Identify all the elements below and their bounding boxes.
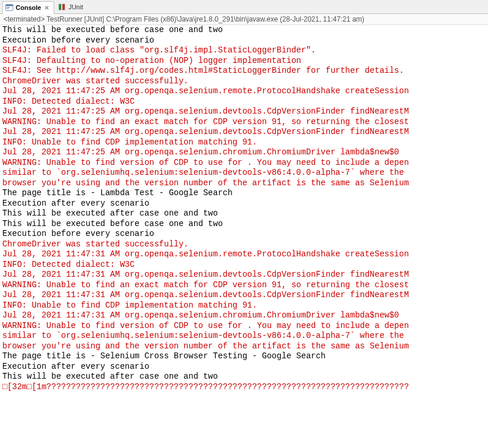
junit-icon	[58, 3, 66, 11]
console-line: INFO: Unable to find CDP implementation …	[2, 301, 486, 311]
console-line: SLF4J: Defaulting to no-operation (NOP) …	[2, 56, 486, 66]
svg-rect-4	[59, 3, 61, 10]
console-line: This will be executed before case one an…	[2, 219, 486, 230]
console-line: INFO: Detected dialect: W3C	[2, 97, 486, 107]
console-line: Execution after every scenario	[2, 199, 486, 209]
console-line: SLF4J: See http://www.slf4j.org/codes.ht…	[2, 66, 486, 76]
svg-rect-1	[6, 5, 13, 6]
console-output[interactable]: This will be executed before case one an…	[0, 25, 488, 392]
console-line: WARNING: Unable to find an exact match f…	[2, 117, 486, 128]
console-line: INFO: Detected dialect: W3C	[2, 260, 486, 270]
tab-junit[interactable]: JUnit	[55, 1, 87, 13]
console-line: Jul 28, 2021 11:47:31 AM org.openqa.sele…	[2, 311, 486, 321]
console-line: WARNING: Unable to find version of CDP t…	[2, 321, 486, 331]
console-line: browser you're using and the version num…	[2, 178, 486, 189]
console-line: browser you're using and the version num…	[2, 341, 486, 352]
console-line: This will be executed after case one and…	[2, 372, 486, 382]
tab-console[interactable]: Console ✕	[2, 1, 54, 14]
console-line: Jul 28, 2021 11:47:25 AM org.openqa.sele…	[2, 127, 486, 137]
console-line: SLF4J: Failed to load class "org.slf4j.i…	[2, 45, 486, 56]
console-line: WARNING: Unable to find version of CDP t…	[2, 158, 486, 168]
console-line: This will be executed before case one an…	[2, 25, 486, 36]
view-tab-bar: Console ✕ JUnit	[0, 0, 488, 14]
close-icon[interactable]: ✕	[44, 5, 49, 11]
console-line: Execution after every scenario	[2, 362, 486, 372]
console-line: Execution before every scenario	[2, 36, 486, 46]
console-line: WARNING: Unable to find an exact match f…	[2, 280, 486, 291]
console-line: Jul 28, 2021 11:47:31 AM org.openqa.sele…	[2, 249, 486, 260]
tab-console-label: Console	[16, 4, 41, 11]
svg-rect-3	[7, 8, 9, 9]
console-line: The page title is - Lambda Test - Google…	[2, 188, 486, 199]
console-line: □[32m□[1m???????????????????????????????…	[2, 382, 486, 393]
svg-rect-5	[62, 3, 65, 10]
console-line: Jul 28, 2021 11:47:31 AM org.openqa.sele…	[2, 270, 486, 280]
status-runner: TestRunner [JUnit]	[47, 15, 104, 23]
status-prefix: <terminated>	[3, 15, 45, 23]
console-line: INFO: Unable to find CDP implementation …	[2, 137, 486, 148]
process-status-line: <terminated> TestRunner [JUnit] C:\Progr…	[0, 14, 488, 25]
console-line: Execution before every scenario	[2, 229, 486, 239]
console-line: Jul 28, 2021 11:47:25 AM org.openqa.sele…	[2, 86, 486, 97]
console-line: similar to `org.seleniumhq.selenium:sele…	[2, 331, 486, 341]
console-line: Jul 28, 2021 11:47:25 AM org.openqa.sele…	[2, 147, 486, 158]
console-line: ChromeDriver was started successfully.	[2, 239, 486, 250]
console-line: ChromeDriver was started successfully.	[2, 76, 486, 87]
console-icon	[5, 3, 13, 12]
console-line: Jul 28, 2021 11:47:25 AM org.openqa.sele…	[2, 107, 486, 117]
console-line: similar to `org.seleniumhq.selenium:sele…	[2, 168, 486, 178]
svg-rect-2	[7, 7, 10, 8]
console-line: The page title is - Selenium Cross Brows…	[2, 351, 486, 362]
console-line: This will be executed after case one and…	[2, 209, 486, 219]
console-line: Jul 28, 2021 11:47:31 AM org.openqa.sele…	[2, 290, 486, 301]
tab-junit-label: JUnit	[68, 3, 83, 10]
status-timestamp: (28-Jul-2021, 11:47:21 am)	[280, 15, 364, 23]
status-path: C:\Program Files (x86)\Java\jre1.8.0_291…	[106, 15, 278, 23]
